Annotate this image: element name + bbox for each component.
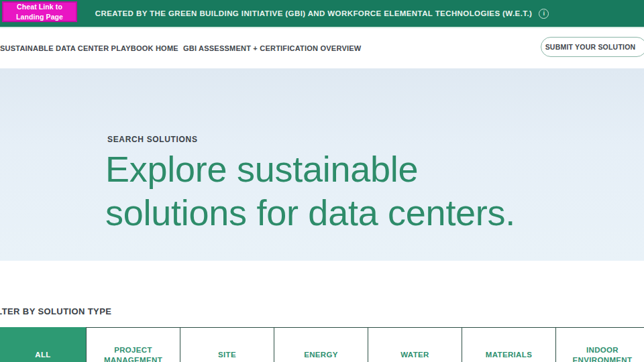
- hero-heading-line-1: Explore sustainable: [105, 147, 515, 191]
- tab-materials[interactable]: MATERIALS: [462, 327, 555, 362]
- search-solutions-label: SEARCH SOLUTIONS: [107, 135, 198, 144]
- cheat-link-button[interactable]: Cheat Link to Landing Page: [2, 1, 77, 22]
- tab-all[interactable]: ALL: [0, 327, 86, 362]
- hero-heading-line-2: solutions for data centers.: [105, 191, 515, 235]
- banner-credit: CREATED BY THE GREEN BUILDING INITIATIVE…: [95, 9, 549, 19]
- tab-project-management[interactable]: PROJECT MANAGEMENT: [86, 327, 180, 362]
- tab-water[interactable]: WATER: [368, 327, 462, 362]
- tab-energy[interactable]: ENERGY: [274, 327, 368, 362]
- top-banner: Cheat Link to Landing Page CREATED BY TH…: [0, 0, 644, 27]
- hero-heading: Explore sustainable solutions for data c…: [105, 147, 515, 235]
- filter-by-solution-type-label: FILTER BY SOLUTION TYPE: [0, 306, 111, 316]
- tab-site[interactable]: SITE: [180, 327, 274, 362]
- hero-section: SEARCH SOLUTIONS Explore sustainable sol…: [0, 68, 644, 261]
- solution-type-tab-row: ALL PROJECT MANAGEMENT SITE ENERGY WATER…: [0, 327, 644, 362]
- nav-item-playbook-home[interactable]: SUSTAINABLE DATA CENTER PLAYBOOK HOME: [0, 28, 178, 68]
- nav-item-gbi-overview[interactable]: GBI ASSESSMENT + CERTIFICATION OVERVIEW: [183, 28, 361, 68]
- tab-indoor-environment[interactable]: INDOOR ENVIRONMENT: [555, 327, 644, 362]
- submit-your-solution-button[interactable]: SUBMIT YOUR SOLUTION: [541, 37, 644, 57]
- info-icon[interactable]: i: [539, 9, 549, 19]
- main-nav: SUSTAINABLE DATA CENTER PLAYBOOK HOME GB…: [0, 28, 644, 68]
- banner-credit-text: CREATED BY THE GREEN BUILDING INITIATIVE…: [95, 9, 532, 17]
